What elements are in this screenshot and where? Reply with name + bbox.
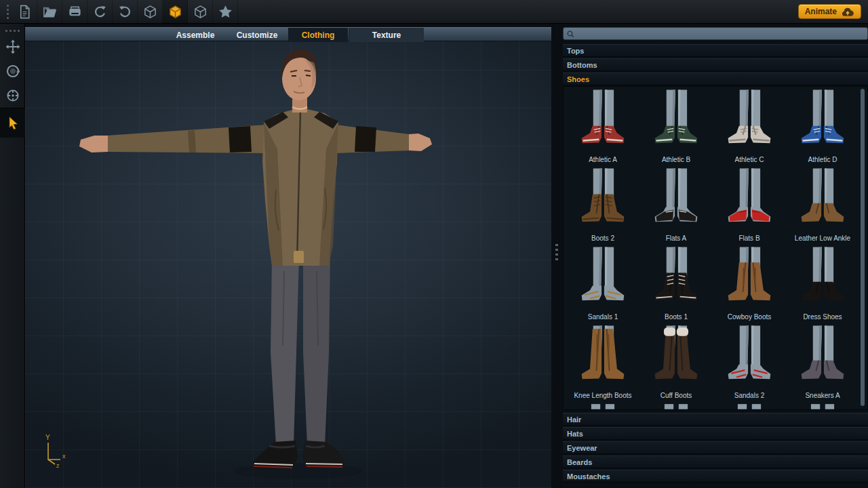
category-header-tops[interactable]: Tops [563, 44, 868, 57]
shoe-thumbnail [650, 324, 702, 392]
shoe-item[interactable]: Sandals 1 [566, 245, 639, 324]
orbit-icon [5, 63, 21, 79]
shoe-item-label: Athletic C [735, 156, 764, 164]
cube-solid-icon [167, 4, 183, 20]
side-toolbar [0, 24, 25, 488]
shoe-thumbnail [724, 245, 775, 313]
shoe-item[interactable]: Sandals 2 [713, 324, 786, 403]
category-header-hats[interactable]: Hats [563, 427, 868, 440]
shoe-thumbnail [577, 88, 629, 156]
orbit-button[interactable] [0, 59, 25, 83]
shoe-item[interactable]: Dress Shoes [786, 245, 859, 324]
shoe-item[interactable]: Cowboy Boots [713, 245, 786, 324]
undo-icon [92, 4, 108, 20]
shoe-item-label: Leather Low Ankle [795, 235, 850, 243]
focus-target-button[interactable] [0, 83, 25, 108]
category-header-shoes[interactable]: Shoes [563, 73, 868, 85]
cube-wireframe-right-button[interactable] [188, 0, 213, 23]
select-cursor-button[interactable] [0, 108, 25, 138]
save-icon [67, 4, 83, 20]
tab-clothing[interactable]: Clothing [288, 28, 348, 42]
new-file-button[interactable] [12, 0, 37, 23]
cube-solid-button[interactable] [163, 0, 188, 23]
shoe-thumbnail [724, 167, 775, 235]
shoe-item[interactable]: Flats B [713, 167, 786, 245]
shoe-item-label: Sneakers A [805, 392, 840, 400]
pan-arrows-icon [5, 39, 21, 55]
shoes-list: Athletic AAthletic BAthletic CAthletic D… [563, 86, 868, 410]
shoe-item-label: Boots 2 [591, 235, 614, 243]
viewport-tabbar: Assemble Customize Clothing Texture [25, 27, 551, 41]
cube-wireframe-right-icon [193, 4, 208, 20]
cube-wireframe-left-button[interactable] [138, 0, 163, 23]
shoe-thumbnail [797, 88, 848, 156]
shoe-item[interactable]: Cuff Boots [639, 324, 713, 403]
axis-y-label: Y [45, 434, 50, 441]
favorite-star-icon [218, 4, 233, 20]
shoe-item[interactable]: Boots 1 [639, 245, 713, 324]
category-header-beards[interactable]: Beards [563, 455, 868, 468]
shoe-item-label: Athletic D [808, 156, 837, 164]
tab-customize[interactable]: Customize [226, 28, 288, 42]
shoe-item[interactable]: Knee Length Boots [566, 324, 639, 403]
animate-button[interactable]: Animate [798, 4, 861, 19]
shoe-thumbnail [797, 167, 848, 235]
shoe-item-label: Flats B [738, 235, 760, 243]
shoes-scrollbar[interactable] [861, 89, 865, 406]
shoe-thumbnail [577, 245, 629, 313]
category-header-hair[interactable]: Hair [563, 413, 868, 426]
undo-button[interactable] [87, 0, 113, 23]
shoe-item-label: Knee Length Boots [574, 392, 631, 400]
shoe-thumbnail [650, 167, 702, 235]
viewport-3d[interactable]: Assemble Customize Clothing Texture Y x … [25, 27, 551, 488]
axis-x-label: x [62, 453, 66, 460]
axis-gizmo: Y x z [42, 434, 72, 469]
shoe-thumbnail [577, 324, 629, 392]
shoe-item[interactable]: Sneakers A [786, 324, 859, 403]
animate-button-label: Animate [805, 7, 837, 16]
cube-wireframe-left-icon [142, 4, 158, 20]
clothing-panel: Tops Bottoms Shoes Athletic AAthletic BA… [563, 27, 868, 488]
cloud-upload-icon [841, 7, 854, 17]
tab-texture[interactable]: Texture [349, 28, 424, 42]
search-input[interactable] [575, 28, 865, 39]
shoe-item[interactable]: Athletic A [566, 88, 639, 167]
shoe-item-label: Sandals 1 [588, 313, 618, 321]
search-bar[interactable] [563, 27, 868, 40]
pan-arrows-button[interactable] [0, 35, 25, 59]
shoe-item-label: Athletic A [589, 156, 617, 164]
shoe-item[interactable]: Leather Low Ankle [786, 167, 859, 245]
side-toolbar-grip-icon[interactable] [0, 26, 24, 35]
shoe-thumbnail [650, 88, 702, 156]
category-header-moustaches[interactable]: Moustaches [563, 470, 868, 483]
character-model[interactable] [25, 27, 551, 488]
shoe-thumbnail [577, 167, 629, 235]
save-button[interactable] [62, 0, 87, 23]
shoe-item-label: Boots 1 [665, 313, 688, 321]
shoe-item[interactable]: Athletic B [639, 88, 713, 167]
shoe-item[interactable]: Athletic C [713, 88, 786, 167]
select-cursor-icon [5, 115, 21, 131]
shoe-item[interactable]: Flats A [639, 167, 713, 245]
shoe-item-label: Sandals 2 [734, 392, 764, 400]
open-folder-icon [42, 4, 58, 20]
shoe-item[interactable]: Boots 2 [566, 167, 639, 245]
tab-assemble[interactable]: Assemble [165, 28, 226, 42]
shoe-item-label: Flats A [666, 235, 687, 243]
new-file-icon [17, 4, 33, 20]
shoe-item[interactable]: Athletic D [786, 88, 859, 167]
redo-button[interactable] [113, 0, 138, 23]
shoe-item-label: Dress Shoes [803, 313, 842, 321]
toolbar-grip-icon[interactable] [3, 3, 12, 20]
open-folder-button[interactable] [37, 0, 62, 23]
shoe-thumbnail [797, 245, 848, 313]
category-header-bottoms[interactable]: Bottoms [563, 58, 868, 71]
redo-icon [117, 4, 133, 20]
shoe-thumbnail [724, 324, 775, 392]
panel-splitter-handle[interactable] [554, 244, 559, 264]
favorite-star-button[interactable] [213, 0, 238, 23]
top-toolbar: Animate [0, 0, 868, 24]
shoe-thumbnail [650, 245, 702, 313]
shoe-thumbnail [797, 324, 848, 392]
category-header-eyewear[interactable]: Eyewear [563, 441, 868, 454]
